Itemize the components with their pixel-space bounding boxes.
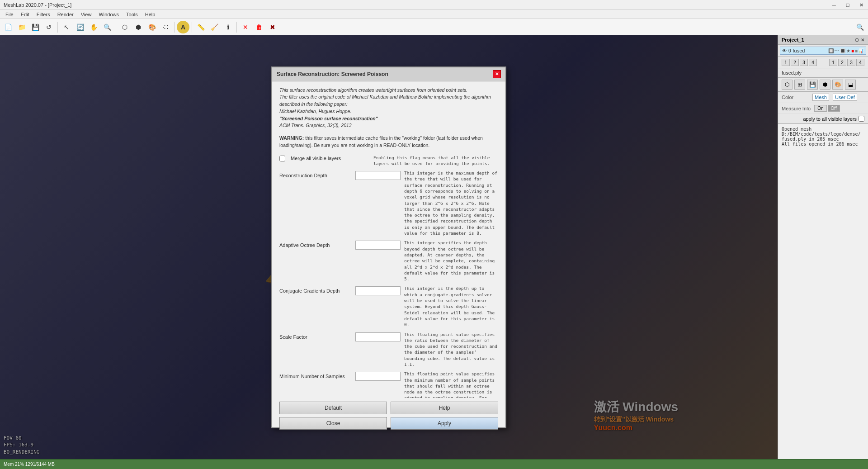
min-samples-label: Minimum Number of Samples (279, 374, 352, 379)
measure-on-btn[interactable]: On (814, 105, 826, 112)
menu-view[interactable]: View (77, 11, 95, 18)
mesh-action-flatten[interactable]: ⊞ (794, 80, 805, 90)
modal-warning: WARNING: this filter saves intermediate … (279, 135, 498, 149)
min-samples-desc: This floating point value specifies the … (404, 371, 498, 398)
scale-label: Scale Factor (279, 334, 352, 340)
new-btn[interactable]: 📄 (2, 21, 14, 33)
menu-filters[interactable]: Filters (33, 11, 54, 18)
mesh-action-split[interactable]: ⬢ (820, 80, 830, 90)
min-samples-input[interactable]: 1.5 (355, 372, 401, 381)
page-right-2[interactable]: 2 (838, 59, 846, 66)
color-option-value[interactable]: User-Def (833, 94, 857, 101)
mesh-action-color[interactable]: 🎨 (832, 80, 843, 90)
search-btn[interactable]: 🔍 (854, 21, 866, 33)
modal-description: This surface reconstruction algorithm cr… (279, 87, 498, 130)
reload-btn[interactable]: ↺ (42, 21, 55, 33)
pan-btn[interactable]: ✋ (87, 21, 100, 33)
menu-help[interactable]: Help (142, 11, 159, 18)
page-right-4[interactable]: 4 (856, 59, 864, 66)
left-page-btns: 1 2 3 4 (782, 59, 817, 66)
measure-label: Measure Info (782, 106, 811, 111)
right-page-btns: 1 2 3 4 (829, 59, 864, 66)
default-button[interactable]: Default (279, 402, 387, 414)
rotate-btn[interactable]: 🔄 (74, 21, 86, 33)
adaptive-label: Adaptive Octree Depth (279, 242, 352, 248)
modal-close-button[interactable]: ✕ (493, 70, 501, 78)
panel-close-btn[interactable]: ✕ (861, 38, 864, 43)
mesh-action-export[interactable]: ⬓ (845, 80, 856, 90)
info-btn[interactable]: ℹ (222, 21, 234, 33)
mesh-action-copy[interactable]: ⬡ (782, 80, 793, 90)
sep2 (116, 22, 116, 33)
desc-line-3: Michael Kazhdan, Hugues Hoppe. (279, 108, 498, 115)
solid-btn[interactable]: ⬢ (132, 21, 145, 33)
clean-btn[interactable]: 🧹 (208, 21, 221, 33)
del-btn[interactable]: ✕ (239, 21, 252, 33)
wireframe-btn[interactable]: ⬡ (118, 21, 131, 33)
pagination-row: 1 2 3 4 1 2 3 4 (778, 57, 868, 68)
menu-bar: File Edit Filters Render View Windows To… (0, 10, 868, 19)
texture-btn[interactable]: 🎨 (146, 21, 158, 33)
adaptive-input[interactable]: 8 (355, 241, 401, 250)
merge-layers-checkbox[interactable] (279, 156, 285, 161)
page-left-3[interactable]: 3 (800, 59, 808, 66)
open-btn[interactable]: 📁 (15, 21, 28, 33)
scale-input[interactable]: 1.1 (355, 332, 401, 341)
param-cg-left: Conjugate Gradients Depth 0 (279, 285, 401, 295)
panel-title-buttons: ⬡ ✕ (855, 38, 864, 43)
param-reconstruction-depth: Reconstruction Depth 8 This integer is t… (279, 170, 498, 236)
desc-line-4: "Screened Poisson surface reconstruction… (279, 115, 498, 123)
minimize-button[interactable]: ─ (827, 0, 841, 10)
cg-input[interactable]: 0 (355, 286, 401, 295)
zoom-btn[interactable]: 🔍 (101, 21, 113, 33)
select-btn[interactable]: ↖ (60, 21, 73, 33)
right-panel: Project_1 ⬡ ✕ 👁 0 fused 🔲 〰 🔳 ★ ■ ■ 📊 (778, 35, 868, 459)
param-min-samples: Minimum Number of Samples 1.5 This float… (279, 371, 498, 398)
merge-layers-label: Merge all visible layers (291, 156, 363, 161)
maximize-button[interactable]: □ (841, 0, 854, 10)
page-right-3[interactable]: 3 (847, 59, 855, 66)
menu-edit[interactable]: Edit (17, 11, 33, 18)
align-btn[interactable]: A (177, 21, 189, 33)
del3-btn[interactable]: ✖ (266, 21, 279, 33)
close-button[interactable]: ✕ (854, 0, 868, 10)
menu-render[interactable]: Render (54, 11, 77, 18)
menu-file[interactable]: File (2, 11, 17, 18)
page-left-1[interactable]: 1 (782, 59, 790, 66)
measure-off-btn[interactable]: Off (828, 105, 840, 112)
apply-all-checkbox[interactable] (859, 116, 864, 122)
param-adaptive-left: Adaptive Octree Depth 8 (279, 240, 401, 250)
save-btn[interactable]: 💾 (29, 21, 42, 33)
viewport[interactable]: FOV 60 FPS: 163.9 BO_RENDERING 激活 Window… (0, 35, 778, 459)
color-mesh-value[interactable]: Mesh (812, 94, 829, 101)
del2-btn[interactable]: 🗑 (253, 21, 265, 33)
rec-depth-label: Reconstruction Depth (279, 173, 352, 178)
page-left-4[interactable]: 4 (809, 59, 817, 66)
title-bar: MeshLab 2020.07 - [Project_1] ─ □ ✕ (0, 0, 868, 10)
close-dialog-button[interactable]: Close (279, 417, 387, 430)
sep5 (236, 22, 237, 33)
menu-windows[interactable]: Windows (95, 11, 123, 18)
layer-icons: 🔲 〰 🔳 ★ ■ ■ 📊 (828, 48, 864, 53)
mesh-action-save[interactable]: 💾 (807, 80, 818, 90)
window-controls: ─ □ ✕ (827, 0, 868, 10)
layer-icon-star: ★ (846, 48, 850, 53)
scale-desc: This floating point value specifies the … (404, 332, 498, 368)
menu-tools[interactable]: Tools (123, 11, 142, 18)
apply-button[interactable]: Apply (391, 417, 498, 430)
layer-number: 0 (788, 48, 791, 53)
param-rec-depth-left: Reconstruction Depth 8 (279, 170, 401, 180)
sep1 (57, 22, 58, 33)
measure-btn[interactable]: 📏 (194, 21, 207, 33)
desc-line-1: The filter uses the original code of Mic… (279, 94, 498, 101)
page-right-1[interactable]: 1 (829, 59, 837, 66)
page-left-2[interactable]: 2 (791, 59, 799, 66)
warning-text: this filter saves intermediate cache fil… (279, 135, 483, 148)
layer-row-0[interactable]: 👁 0 fused 🔲 〰 🔳 ★ ■ ■ 📊 (780, 47, 866, 55)
desc-line-2: described in the following paper: (279, 101, 498, 108)
rec-depth-input[interactable]: 8 (355, 171, 401, 180)
help-button[interactable]: Help (391, 402, 498, 414)
points-btn[interactable]: ·∷ (159, 21, 172, 33)
status-text: Mem 21% 1291/6144 MB (4, 462, 55, 467)
panel-detach-btn[interactable]: ⬡ (855, 38, 859, 43)
